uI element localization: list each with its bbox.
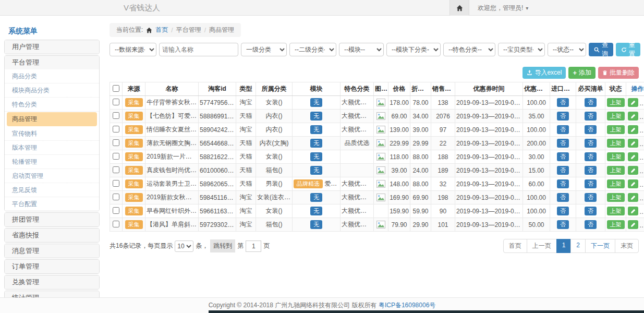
breadcrumb-home-link[interactable]: 首页 <box>155 26 168 34</box>
row-checkbox[interactable] <box>113 126 119 133</box>
import-select-badge[interactable]: 否 <box>557 125 569 134</box>
page-size-select[interactable]: 10 <box>175 240 193 252</box>
import-select-badge[interactable]: 否 <box>557 98 569 107</box>
status-badge[interactable]: 上架 <box>607 125 625 134</box>
sidebar-section[interactable]: 平台管理 <box>5 56 99 69</box>
edit-button[interactable] <box>628 179 638 188</box>
sidebar-section[interactable]: 消息管理 <box>5 244 99 258</box>
status-badge[interactable]: 上架 <box>607 166 625 175</box>
must-buy-badge[interactable]: 否 <box>585 166 597 175</box>
import-select-badge[interactable]: 否 <box>557 166 569 175</box>
status-badge[interactable]: 上架 <box>607 220 625 229</box>
sidebar-section[interactable]: 订单管理 <box>5 260 99 273</box>
top-header: V省钱达人 欢迎您，管理员! ▾ <box>0 0 644 16</box>
status-badge[interactable]: 上架 <box>607 179 625 188</box>
sidebar-section[interactable]: 省惠快报 <box>5 228 99 242</box>
must-buy-badge[interactable]: 否 <box>585 98 597 107</box>
sidebar-item[interactable]: 商品分类 <box>5 69 99 83</box>
filter-select[interactable]: --模块下分类-- <box>386 43 441 56</box>
user-menu[interactable]: 欢迎您，管理员! ▾ <box>478 0 528 16</box>
must-buy-badge[interactable]: 否 <box>585 207 597 215</box>
status-badge[interactable]: 上架 <box>607 152 625 161</box>
jump-to-button[interactable]: 跳转到 <box>210 239 235 252</box>
import-select-badge[interactable]: 否 <box>557 207 569 215</box>
must-buy-badge[interactable]: 否 <box>585 220 597 229</box>
status-badge[interactable]: 上架 <box>607 193 625 202</box>
edit-button[interactable] <box>628 98 638 107</box>
sidebar-item[interactable]: 宣传物料 <box>5 127 99 141</box>
pager-item[interactable]: 1 <box>556 239 572 253</box>
sidebar-item[interactable]: 平台配置 <box>5 197 99 211</box>
edit-button[interactable] <box>628 166 638 175</box>
sidebar-item[interactable]: 模块商品分类 <box>5 83 99 98</box>
edit-button[interactable] <box>628 125 638 134</box>
search-button[interactable]: 查询 <box>589 43 613 56</box>
sidebar-item[interactable]: 意见反馈 <box>5 183 99 197</box>
home-button[interactable] <box>449 0 469 16</box>
must-buy-badge[interactable]: 否 <box>585 193 597 202</box>
page-number-input[interactable] <box>246 240 261 252</box>
select-all-checkbox[interactable] <box>113 85 119 92</box>
table-row: 采集2019新款一片式系...588216228899天猫女装()无118.00… <box>110 150 644 164</box>
status-badge[interactable]: 上架 <box>607 112 625 121</box>
import-select-badge[interactable]: 否 <box>557 112 569 121</box>
import-select-badge[interactable]: 否 <box>557 193 569 202</box>
sidebar-item[interactable]: 启动页管理 <box>5 169 99 183</box>
filter-select[interactable]: --二级分类-- <box>289 43 336 56</box>
must-buy-badge[interactable]: 否 <box>585 152 597 161</box>
must-buy-badge[interactable]: 否 <box>585 139 597 148</box>
pager-item[interactable]: 下一页 <box>585 239 615 253</box>
sidebar-item[interactable]: 版本管理 <box>5 141 99 155</box>
status-badge[interactable]: 上架 <box>607 207 625 215</box>
edit-button[interactable] <box>628 207 638 215</box>
row-checkbox[interactable] <box>113 139 119 146</box>
filter-select[interactable]: 一级分类 <box>241 43 287 56</box>
row-checkbox[interactable] <box>113 207 119 214</box>
add-button[interactable]: + 添加 <box>568 67 596 79</box>
sidebar-item[interactable]: 特色分类 <box>5 98 99 112</box>
must-buy-badge[interactable]: 否 <box>585 179 597 188</box>
sidebar-panel: 消息管理 <box>4 244 100 258</box>
row-checkbox[interactable] <box>113 99 119 105</box>
import-select-badge[interactable]: 否 <box>557 152 569 161</box>
row-checkbox[interactable] <box>113 112 119 119</box>
edit-button[interactable] <box>628 220 638 229</box>
search-input[interactable] <box>159 43 238 56</box>
import-select-badge[interactable]: 否 <box>557 139 569 148</box>
filter-select[interactable]: --宝贝类型-- <box>498 43 545 56</box>
filter-select[interactable]: --状态-- <box>548 43 586 56</box>
sidebar-section[interactable]: 用户管理 <box>5 40 99 54</box>
row-checkbox[interactable] <box>113 194 119 200</box>
import-select-badge[interactable]: 否 <box>557 220 569 229</box>
sidebar-item[interactable]: 轮播管理 <box>5 155 99 169</box>
status-badge[interactable]: 上架 <box>607 139 625 148</box>
sidebar-section[interactable]: 拼团管理 <box>5 213 99 226</box>
edit-button[interactable] <box>628 193 638 202</box>
sidebar-section[interactable]: 兑换管理 <box>5 275 99 289</box>
edit-button[interactable] <box>628 152 638 161</box>
import-select-badge[interactable]: 否 <box>557 179 569 188</box>
import-excel-button[interactable]: 导入excel <box>523 67 566 79</box>
row-checkbox[interactable] <box>113 180 119 187</box>
pager-item[interactable]: 末页 <box>615 239 639 253</box>
pager-item[interactable]: 上一页 <box>527 239 557 253</box>
reset-button[interactable]: 重置 <box>616 43 640 56</box>
pager-item[interactable]: 首页 <box>503 239 527 253</box>
row-checkbox[interactable] <box>113 221 119 227</box>
edit-button[interactable] <box>628 112 638 121</box>
edit-button[interactable] <box>628 139 638 148</box>
sidebar-item[interactable]: 商品管理 <box>7 112 97 126</box>
filter-select[interactable]: --特色分类-- <box>443 43 495 56</box>
column-header: 名称 <box>145 82 199 96</box>
row-checkbox[interactable] <box>113 153 119 160</box>
sidebar-section[interactable]: 统计管理 <box>5 291 99 297</box>
batch-delete-button[interactable]: 批量删除 <box>598 67 639 79</box>
row-checkbox[interactable] <box>113 166 119 173</box>
must-buy-badge[interactable]: 否 <box>585 125 597 134</box>
pager-item[interactable]: 2 <box>570 239 586 253</box>
filter-select[interactable]: --数据来源-- <box>110 43 156 56</box>
status-badge[interactable]: 上架 <box>607 98 625 107</box>
icp-link[interactable]: 粤ICP备16098006号 <box>379 302 435 309</box>
filter-select[interactable]: --模块-- <box>339 43 384 56</box>
must-buy-badge[interactable]: 否 <box>585 112 597 121</box>
